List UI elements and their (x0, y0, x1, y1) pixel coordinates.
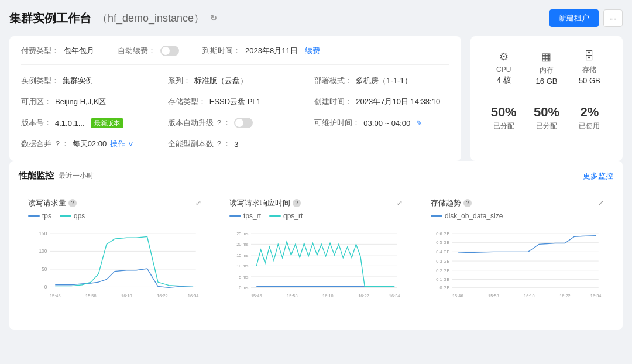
chart2-svg: 25 ms 20 ms 15 ms 10 ms 5 ms 0 ms 15:46 … (229, 225, 403, 313)
instance-info-card: 付费类型： 包年包月 自动续费： 到期时间： 2023年8月11日 续费 (9, 36, 461, 161)
chart1-container: 150 100 50 0 15:46 15:58 16:10 16:22 16:… (28, 225, 201, 313)
svg-text:15:46: 15:46 (452, 293, 463, 298)
svg-text:150: 150 (39, 231, 47, 236)
memory-resource: ▦ 内存 16 GB (525, 46, 568, 90)
svg-text:15:46: 15:46 (251, 293, 262, 298)
storage-percent-label: 已使用 (571, 121, 609, 131)
cpu-percent-label: 已分配 (485, 121, 523, 131)
svg-text:16:10: 16:10 (322, 293, 334, 298)
expire-label: 到期时间： (202, 46, 241, 56)
create-value: 2023年7月10日 14:38:10 (356, 97, 440, 107)
memory-percent-label: 已分配 (527, 121, 565, 131)
cpu-percent: 50% (485, 105, 523, 120)
renew-link[interactable]: 续费 (305, 46, 320, 56)
maintain-edit-icon[interactable]: ✎ (416, 119, 423, 128)
svg-text:25 ms: 25 ms (236, 231, 248, 236)
chart1-header: 读写请求量 ? ⤢ (28, 198, 201, 208)
resource-icons-row: ⚙ CPU 4 核 ▦ 内存 16 GB 🗄 存储 50 GB (482, 46, 611, 90)
svg-text:20 ms: 20 ms (236, 242, 248, 247)
svg-text:0.1 GB: 0.1 GB (436, 277, 449, 282)
instance-type-row: 实例类型： 集群实例 (21, 73, 156, 88)
billing-type-label: 付费类型： (21, 46, 59, 56)
svg-text:0.3 GB: 0.3 GB (436, 259, 449, 264)
memory-value: 16 GB (527, 77, 565, 85)
type-label: 实例类型： (21, 75, 59, 86)
chart2-title: 读写请求响应时间 ? (229, 198, 301, 208)
create-time-row: 创建时间： 2023年7月10日 14:38:10 (314, 94, 449, 109)
chart3-container: 0.6 GB 0.5 GB 0.4 GB 0.3 GB 0.2 GB 0.1 G… (431, 225, 604, 313)
svg-text:15:58: 15:58 (287, 293, 298, 298)
memory-icon: ▦ (527, 50, 565, 63)
latest-version-tag: 最新版本 (91, 118, 123, 128)
merge-label: 数据合并 ？： (21, 139, 69, 149)
more-monitoring-link[interactable]: 更多监控 (583, 171, 613, 181)
deploy-row: 部署模式： 多机房（1-1-1） (314, 73, 449, 88)
storage-value: 50 GB (571, 76, 609, 85)
series-label: 系列： (168, 75, 191, 86)
merge-value: 每天02:00 (73, 139, 107, 149)
monitoring-period: 最近一小时 (59, 171, 94, 181)
zone-value: Beijing H,J,K区 (55, 97, 106, 107)
legend-disk: disk_ob_data_size (431, 212, 503, 220)
chart1-expand-icon[interactable]: ⤢ (195, 199, 201, 207)
cpu-percent-item: 50% 已分配 (482, 100, 525, 136)
merge-row: 数据合并 ？： 每天02:00 操作 ∨ (21, 136, 156, 152)
storage-type-value: ESSD云盘 PL1 (209, 97, 261, 107)
monitoring-title: 性能监控 最近一小时 (19, 170, 94, 181)
storage-resource: 🗄 存储 50 GB (568, 46, 611, 90)
cpu-resource: ⚙ CPU 4 核 (482, 46, 525, 90)
chart2-container: 25 ms 20 ms 15 ms 10 ms 5 ms 0 ms 15:46 … (229, 225, 403, 313)
chart2-help-icon[interactable]: ? (293, 199, 301, 207)
version-row: 版本号： 4.1.0.1... 最新版本 (21, 115, 156, 131)
series-value: 标准版（云盘） (194, 75, 248, 86)
svg-text:16:22: 16:22 (157, 293, 168, 298)
chart2-legend: tps_rt qps_rt (229, 212, 403, 220)
chart3-svg: 0.6 GB 0.5 GB 0.4 GB 0.3 GB 0.2 GB 0.1 G… (431, 225, 604, 313)
refresh-icon[interactable]: ↻ (210, 13, 217, 23)
auto-renew-label: 自动续费： (118, 46, 156, 56)
op-link[interactable]: 操作 ∨ (110, 139, 134, 149)
storage-type-row: 存储类型： ESSD云盘 PL1 (168, 94, 303, 109)
svg-text:16:34: 16:34 (188, 293, 199, 298)
chart3-expand-icon[interactable]: ⤢ (598, 199, 604, 207)
svg-text:50: 50 (42, 266, 47, 272)
billing-row: 付费类型： 包年包月 自动续费： 到期时间： 2023年8月11日 续费 (21, 46, 449, 65)
chart1-help-icon[interactable]: ? (68, 199, 77, 207)
auto-renew: 自动续费： (118, 46, 179, 56)
svg-text:15:58: 15:58 (488, 293, 499, 298)
instance-id: （hf_demo_instance） (97, 11, 204, 25)
chart2-expand-icon[interactable]: ⤢ (397, 199, 403, 207)
svg-text:10 ms: 10 ms (236, 263, 248, 269)
maintain-value: 03:00 ~ 04:00 (363, 119, 410, 128)
replica-label: 全能型副本数 ？： (168, 139, 231, 149)
svg-text:0 ms: 0 ms (239, 285, 248, 290)
auto-upgrade-toggle[interactable] (234, 118, 253, 128)
new-tenant-button[interactable]: 新建租户 (549, 9, 599, 27)
series-row: 系列： 标准版（云盘） (168, 73, 303, 88)
chart3-help-icon[interactable]: ? (463, 199, 472, 207)
storage-percent: 2% (571, 105, 609, 120)
header-actions: 新建租户 ··· (549, 9, 623, 27)
page-header: 集群实例工作台 （hf_demo_instance） ↻ 新建租户 ··· (9, 9, 623, 27)
chart3-header: 存储趋势 ? ⤢ (431, 198, 604, 208)
svg-text:16:10: 16:10 (524, 293, 535, 298)
expire-date: 到期时间： 2023年8月11日 续费 (202, 46, 320, 56)
billing-type: 付费类型： 包年包月 (21, 46, 94, 56)
cpu-icon: ⚙ (485, 50, 523, 63)
legend-tps: tps (28, 212, 51, 220)
deploy-label: 部署模式： (314, 75, 352, 86)
auto-renew-toggle[interactable] (160, 46, 179, 56)
chart1-svg: 150 100 50 0 15:46 15:58 16:10 16:22 16:… (28, 225, 201, 313)
svg-text:0.6 GB: 0.6 GB (436, 231, 449, 236)
chart3-title: 存储趋势 ? (431, 198, 472, 208)
more-actions-button[interactable]: ··· (603, 9, 623, 27)
create-label: 创建时间： (314, 97, 352, 107)
svg-text:16:22: 16:22 (559, 293, 571, 298)
svg-text:16:34: 16:34 (389, 293, 400, 298)
svg-text:0: 0 (44, 284, 47, 290)
memory-percent: 50% (527, 105, 565, 120)
zone-row: 可用区： Beijing H,J,K区 (21, 94, 156, 109)
top-section: 付费类型： 包年包月 自动续费： 到期时间： 2023年8月11日 续费 (9, 36, 623, 161)
svg-text:0.5 GB: 0.5 GB (436, 240, 449, 245)
cpu-label: CPU (485, 66, 523, 74)
